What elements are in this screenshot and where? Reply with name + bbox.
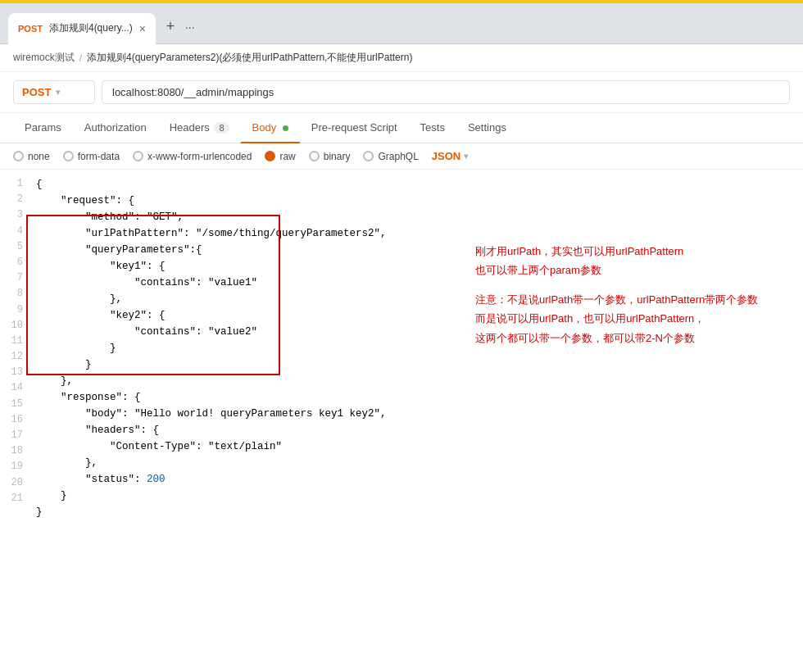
code-line: } [36, 356, 803, 373]
radio-binary-icon [309, 151, 320, 161]
breadcrumb-separator: / [79, 52, 82, 64]
option-graphql[interactable]: GraphQL [363, 151, 418, 162]
json-chevron-icon: ▾ [464, 152, 468, 161]
method-chevron-icon: ▾ [56, 88, 60, 97]
body-options-bar: none form-data x-www-form-urlencoded raw… [0, 143, 803, 170]
code-line: }, [36, 455, 803, 471]
code-line: "contains": "value1" [36, 275, 803, 291]
active-tab[interactable]: POST 添加规则4(query...) × [8, 13, 156, 44]
option-urlencoded[interactable]: x-www-form-urlencoded [133, 151, 252, 162]
code-line: "response": { [36, 389, 803, 406]
code-line: "key2": { [36, 307, 803, 324]
breadcrumb-current: 添加规则4(queryParameters2)(必须使用urlPathPatte… [87, 51, 412, 65]
code-line: } [36, 340, 803, 356]
tab-settings[interactable]: Settings [456, 113, 518, 143]
tab-authorization[interactable]: Authorization [73, 113, 158, 143]
option-raw[interactable]: raw [265, 151, 295, 162]
code-content[interactable]: { "request": { "method": "GET", "urlPath… [33, 176, 803, 520]
code-line: "Content-Type": "text/plain" [36, 438, 803, 455]
method-label: POST [22, 86, 51, 98]
radio-none-icon [13, 151, 24, 161]
app-container: wiremock测试 / 添加规则4(queryParameters2)(必须使… [0, 44, 803, 672]
code-line: }, [36, 373, 803, 389]
tab-navigation: Params Authorization Headers 8 Body Pre-… [0, 113, 803, 143]
breadcrumb-home[interactable]: wiremock测试 [13, 51, 75, 65]
radio-urlencoded-icon [133, 151, 143, 161]
code-line: "body": "Hello world! queryParameters ke… [36, 406, 803, 422]
tab-params[interactable]: Params [13, 113, 73, 143]
code-line: { [36, 176, 803, 193]
tab-title: 添加规则4(query...) [49, 21, 133, 35]
code-editor: 123456789101112131415161718192021 { "req… [0, 170, 803, 527]
code-line: } [36, 488, 803, 504]
tab-method-badge: POST [18, 24, 43, 34]
url-input[interactable] [102, 80, 790, 104]
code-line: "key1": { [36, 258, 803, 275]
code-line: "method": "GET", [36, 209, 803, 225]
tab-tests[interactable]: Tests [409, 113, 456, 143]
radio-form-data-icon [63, 151, 74, 161]
browser-chrome: POST 添加规则4(query...) × + ··· [0, 3, 803, 44]
code-line: } [36, 504, 803, 520]
method-select[interactable]: POST ▾ [13, 80, 95, 104]
json-type-select[interactable]: JSON ▾ [432, 150, 468, 162]
code-line: "headers": { [36, 422, 803, 438]
url-bar: POST ▾ [0, 72, 803, 113]
new-tab-button[interactable]: + [159, 16, 182, 39]
breadcrumb: wiremock测试 / 添加规则4(queryParameters2)(必须使… [0, 44, 803, 72]
tab-body[interactable]: Body [241, 113, 300, 143]
option-form-data[interactable]: form-data [63, 151, 120, 162]
tab-pre-request-script[interactable]: Pre-request Script [300, 113, 409, 143]
line-numbers: 123456789101112131415161718192021 [0, 176, 33, 520]
body-dot [283, 125, 288, 131]
radio-raw-icon [265, 151, 275, 161]
tab-bar: POST 添加规则4(query...) × + ··· [8, 3, 795, 43]
code-line: "status": 200 [36, 471, 803, 488]
option-binary[interactable]: binary [309, 151, 351, 162]
code-line: "queryParameters":{ [36, 242, 803, 258]
code-line: "urlPathPattern": "/some/thing/queryPara… [36, 225, 803, 242]
tab-more-button[interactable]: ··· [185, 20, 195, 34]
code-line: "contains": "value2" [36, 324, 803, 340]
headers-badge: 8 [214, 122, 229, 134]
option-none[interactable]: none [13, 151, 50, 162]
tab-headers[interactable]: Headers 8 [158, 113, 241, 143]
radio-graphql-icon [363, 151, 374, 161]
code-line: }, [36, 291, 803, 307]
tab-close-icon[interactable]: × [139, 23, 146, 34]
code-line: "request": { [36, 193, 803, 209]
